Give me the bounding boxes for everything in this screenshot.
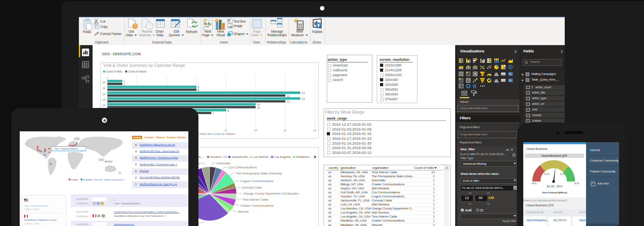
svg-text:12: 12 <box>102 92 105 96</box>
svg-text:7: 7 <box>213 112 214 115</box>
svg-text:12: 12 <box>283 129 287 132</box>
svg-text:Time Warner Cable: Time Warner Cable <box>242 198 268 201</box>
svg-text:Jacksonville,...: Jacksonville,... <box>231 155 251 159</box>
svg-text:14: 14 <box>313 129 316 132</box>
svg-text:Wiscnet: Wiscnet <box>238 210 249 214</box>
svg-text:Middleton, ...: Middleton, ... <box>296 155 314 159</box>
svg-text:Comcast Cable: Comcast Cable <box>242 186 262 189</box>
svg-text:Cogent Communications: Cogent Communications <box>240 179 273 183</box>
svg-text:Houston, TX...: Houston, TX... <box>210 155 229 159</box>
svg-text:1: 1 <box>124 80 125 83</box>
svg-text:10: 10 <box>102 81 105 84</box>
svg-text:8: 8 <box>227 109 229 112</box>
svg-text:13: 13 <box>102 98 105 102</box>
svg-text:123: 123 <box>502 79 505 82</box>
svg-text:A: A <box>228 19 229 21</box>
svg-text:12: 12 <box>287 95 290 97</box>
svg-text:6: 6 <box>198 86 199 89</box>
svg-text:$1.50: $1.50 <box>560 173 565 175</box>
svg-text:123: 123 <box>502 73 505 75</box>
svg-text:11: 11 <box>102 86 105 90</box>
svg-text:Cox Communications: Cox Communications <box>228 166 257 169</box>
svg-text:Automattic: Automattic <box>217 162 231 165</box>
svg-text:13: 13 <box>301 97 305 100</box>
svg-text:R: R <box>473 84 477 88</box>
svg-text:The Pennsylvania State Univers: The Pennsylvania State University <box>236 172 282 175</box>
svg-text:Los Angeles,...: Los Angeles,... <box>274 155 294 159</box>
svg-text:Charter Communications: Charter Communications <box>240 204 274 207</box>
svg-text:Los Alamito...: Los Alamito... <box>253 155 271 159</box>
svg-text:$0.50: $0.50 <box>545 173 549 175</box>
svg-text:10: 10 <box>257 103 260 106</box>
svg-text:14: 14 <box>102 104 105 107</box>
svg-text:Orange County Department Of Ed: Orange County Department Of Education <box>244 192 299 195</box>
svg-text:8: 8 <box>225 129 227 132</box>
svg-text:10: 10 <box>254 129 257 132</box>
svg-text:12: 12 <box>495 79 498 81</box>
svg-text:$2.00: $2.00 <box>574 182 579 185</box>
svg-text:$0.00: $0.00 <box>532 182 537 185</box>
svg-text:12: 12 <box>287 100 290 103</box>
svg-text:13: 13 <box>301 91 305 94</box>
svg-text:6: 6 <box>198 89 199 91</box>
svg-text:10: 10 <box>257 106 260 109</box>
svg-text:12: 12 <box>495 72 498 75</box>
svg-text:1: 1 <box>124 83 125 86</box>
